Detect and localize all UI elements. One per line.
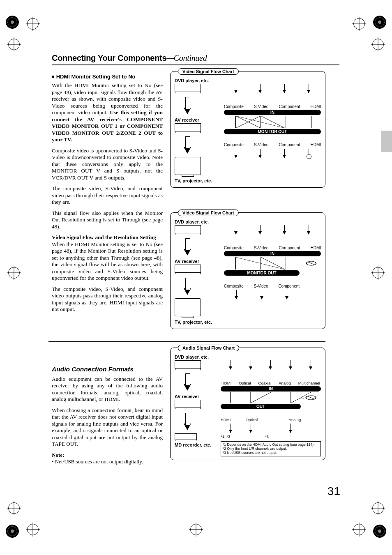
- tv-label: TV, projector, etc.: [175, 178, 224, 183]
- label-hdmi: HDMI: [221, 417, 231, 422]
- crop-mark-icon: [27, 18, 39, 30]
- in-bar: IN: [224, 251, 321, 256]
- audio-para-2: When choosing a connection format, bear …: [52, 407, 163, 448]
- receiver-icon: [175, 265, 201, 273]
- page-title-suffix: —Continued: [166, 53, 207, 62]
- resolution-subhead-para: Video Signal Flow and the Resolution Set…: [52, 234, 163, 282]
- crop-mark-icon: [190, 524, 202, 535]
- av-receiver-label: AV receiver: [175, 394, 221, 399]
- signal-crossing: *2: [221, 392, 321, 403]
- audio-section-heading: Audio Connection Formats: [52, 366, 163, 374]
- flow-arrow-icon: [184, 249, 191, 256]
- svg-text:*2: *2: [300, 398, 305, 400]
- label-hdmi: HDMI: [310, 143, 321, 147]
- signal-arrow-icon: [291, 360, 291, 369]
- signal-arrow-icon: [260, 84, 261, 93]
- note-heading: Note:: [52, 452, 163, 458]
- resolution-subhead: Video Signal Flow and the Resolution Set…: [52, 234, 156, 240]
- hdmi-setting-heading: HDMI Monitor Setting Set to No: [52, 74, 163, 80]
- signal-blocked-icon: [309, 149, 309, 158]
- hdmi-para-6: The composite video, S-Video, and compon…: [52, 286, 163, 313]
- flow-arrow-icon: [184, 108, 191, 114]
- signal-arrow-icon: [231, 424, 231, 433]
- diagram-column: Video Signal Flow Chart DVD player, etc.…: [170, 71, 325, 465]
- label-svideo: S-Video: [254, 246, 268, 250]
- in-bar: IN: [221, 386, 321, 391]
- flow-arrow-icon: [184, 147, 191, 154]
- signal-arrow-icon: [311, 360, 311, 369]
- svg-line-21: [307, 396, 315, 399]
- svg-line-18: [251, 392, 271, 403]
- text-column: HDMI Monitor Setting Set to No With the …: [52, 71, 163, 465]
- signal-arrow-icon: [284, 84, 285, 93]
- dvd-label: DVD player, etc.: [175, 219, 224, 224]
- crop-mark-icon: [353, 18, 365, 30]
- dvd-icon: [175, 360, 201, 368]
- hdmi-para-4: This signal flow also applies when the M…: [52, 210, 163, 230]
- label-composite: Composite: [224, 284, 244, 288]
- label-optical: Optical: [246, 417, 258, 422]
- label-hdmi: HDMI: [310, 246, 321, 250]
- svg-line-12: [261, 257, 285, 269]
- monitor-out-bar: MONITOR OUT: [224, 129, 321, 134]
- crop-mark-icon: [353, 524, 365, 535]
- signal-crossing: [224, 116, 321, 128]
- audio-flowchart: Audio Signal Flow Chart DVD player, etc.…: [170, 348, 325, 460]
- footnote-box: *1 Depends on the HDMI Audio Out setting…: [221, 441, 321, 456]
- label-component: Component: [279, 246, 300, 250]
- crop-mark-icon: [8, 502, 20, 514]
- label-hdmi: HDMI: [310, 104, 321, 109]
- page-title-main: Connecting Your Components: [52, 53, 166, 62]
- reg-mark-icon: [6, 525, 19, 538]
- signal-arrow-icon: [236, 149, 236, 158]
- label-composite: Composite: [224, 143, 244, 147]
- signal-arrow-icon: [260, 225, 261, 234]
- label-component: Component: [278, 284, 300, 288]
- reg-mark-icon: [373, 525, 386, 538]
- tv-label: TV, projector, etc.: [175, 320, 224, 325]
- flow-arrow-icon: [184, 288, 191, 295]
- reg-mark-icon: [373, 16, 386, 29]
- page-content: Connecting Your Components—Continued HDM…: [52, 53, 339, 465]
- tv-icon: [175, 157, 201, 175]
- label-composite: Composite: [224, 246, 244, 250]
- crop-mark-icon: [372, 502, 384, 514]
- hdmi-para-1: With the HDMI Monitor setting set to No …: [52, 82, 163, 143]
- note-item: • Net/USB sources are not output digital…: [52, 458, 163, 465]
- signal-arrow-icon: [309, 225, 309, 234]
- av-receiver-label: AV receiver: [175, 117, 224, 122]
- dvd-label: DVD player, etc.: [175, 78, 224, 83]
- page-thumb-tab: [381, 131, 392, 152]
- label-optical: Optical: [239, 381, 251, 385]
- hdmi-para-3: The composite video, S-Video, and compon…: [52, 185, 163, 206]
- svg-line-6: [235, 116, 285, 128]
- label-component: Component: [279, 143, 300, 147]
- label-svideo: S-Video: [254, 284, 268, 288]
- page-title: Connecting Your Components—Continued: [52, 53, 339, 65]
- dvd-icon: [175, 225, 201, 233]
- svg-line-11: [235, 257, 285, 269]
- crop-mark-icon: [8, 267, 20, 279]
- av-receiver-label: AV receiver: [175, 259, 224, 264]
- label-analog: Analog: [279, 381, 291, 385]
- signal-arrow-icon: [236, 84, 236, 93]
- flowchart-title: Audio Signal Flow Chart: [178, 345, 239, 351]
- md-recorder-label: MD recorder, etc.: [175, 442, 221, 447]
- audio-para-1: Audio equipment can be connected to the …: [52, 376, 163, 403]
- label-composite: Composite: [224, 104, 244, 109]
- hdmi-para-2: Composite video is upconverted to S-Vide…: [52, 147, 163, 182]
- label-coaxial: Coaxial: [258, 381, 272, 385]
- signal-arrow-icon: [236, 225, 236, 234]
- flow-arrow-icon: [184, 424, 191, 430]
- video-flowchart-1: Video Signal Flow Chart DVD player, etc.…: [170, 71, 325, 188]
- signal-arrow-icon: [251, 360, 251, 369]
- signal-arrow-icon: [270, 360, 271, 369]
- flowchart-title: Video Signal Flow Chart: [178, 210, 239, 216]
- label-multichannel: Multichannel: [298, 381, 320, 385]
- receiver-icon: [175, 400, 201, 408]
- flow-arrow-icon: [184, 384, 191, 391]
- signal-arrow-icon: [287, 290, 287, 299]
- signal-crossing: [224, 257, 321, 269]
- signal-arrow-icon: [309, 84, 309, 93]
- flowchart-title: Video Signal Flow Chart: [178, 68, 239, 75]
